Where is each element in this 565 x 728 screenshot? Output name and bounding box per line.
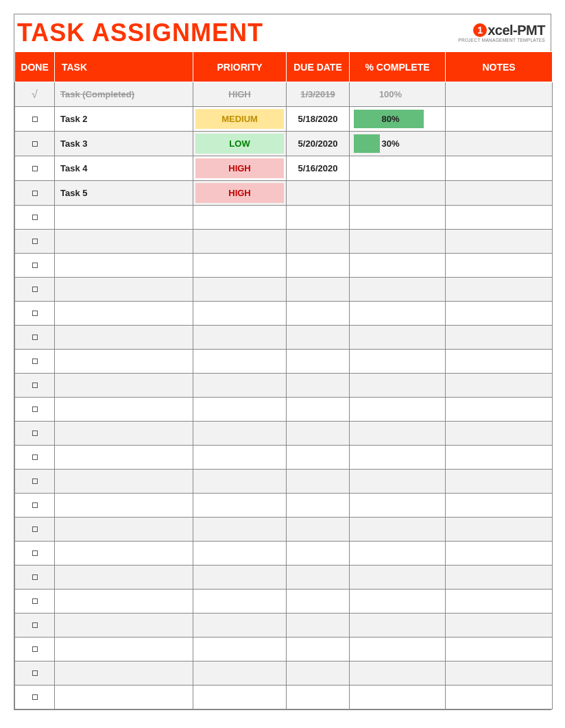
notes-cell[interactable] [446,614,553,638]
priority-cell[interactable] [193,230,287,254]
complete-cell[interactable] [350,254,446,278]
notes-cell[interactable] [446,566,553,590]
notes-cell[interactable] [446,206,553,230]
notes-cell[interactable] [446,374,553,398]
due-date-cell[interactable]: 1/3/2019 [287,82,350,107]
priority-cell[interactable] [193,685,287,709]
task-cell[interactable] [55,254,193,278]
notes-cell[interactable] [446,326,553,350]
priority-cell[interactable] [193,590,287,614]
due-date-cell[interactable] [287,350,350,374]
complete-cell[interactable] [350,374,446,398]
due-date-cell[interactable] [287,614,350,638]
due-date-cell[interactable] [287,326,350,350]
due-date-cell[interactable] [287,566,350,590]
complete-cell[interactable] [350,590,446,614]
notes-cell[interactable] [446,278,553,302]
due-date-cell[interactable] [287,590,350,614]
done-cell[interactable]: √ [15,82,55,107]
complete-cell[interactable] [350,494,446,518]
priority-cell[interactable]: HIGH [193,156,287,181]
task-cell[interactable] [55,350,193,374]
due-date-cell[interactable]: 5/20/2020 [287,132,350,156]
complete-cell[interactable] [350,156,446,181]
task-cell[interactable] [55,518,193,542]
task-cell[interactable]: Task 3 [55,132,193,156]
notes-cell[interactable] [446,590,553,614]
task-cell[interactable] [55,278,193,302]
complete-cell[interactable] [350,518,446,542]
priority-cell[interactable] [193,206,287,230]
notes-cell[interactable] [446,350,553,374]
due-date-cell[interactable] [287,278,350,302]
complete-cell[interactable] [350,278,446,302]
task-cell[interactable] [55,302,193,326]
notes-cell[interactable] [446,542,553,566]
priority-cell[interactable]: HIGH [193,82,287,107]
due-date-cell[interactable] [287,685,350,709]
due-date-cell[interactable] [287,542,350,566]
complete-cell[interactable] [350,542,446,566]
task-cell[interactable]: Task 4 [55,156,193,181]
complete-cell[interactable] [350,470,446,494]
complete-cell[interactable] [350,302,446,326]
complete-cell[interactable]: 30% [350,132,446,156]
priority-cell[interactable]: HIGH [193,181,287,206]
complete-cell[interactable] [350,446,446,470]
priority-cell[interactable] [193,302,287,326]
priority-cell[interactable] [193,254,287,278]
notes-cell[interactable] [446,446,553,470]
priority-cell[interactable] [193,614,287,638]
done-cell[interactable] [15,302,55,326]
complete-cell[interactable]: 100% [350,82,446,107]
due-date-cell[interactable] [287,374,350,398]
due-date-cell[interactable] [287,494,350,518]
notes-cell[interactable] [446,230,553,254]
task-cell[interactable]: Task 2 [55,107,193,132]
due-date-cell[interactable] [287,181,350,206]
task-cell[interactable] [55,662,193,685]
task-cell[interactable] [55,614,193,638]
done-cell[interactable] [15,278,55,302]
task-cell[interactable] [55,422,193,446]
priority-cell[interactable] [193,662,287,685]
task-cell[interactable] [55,230,193,254]
done-cell[interactable] [15,518,55,542]
priority-cell[interactable] [193,374,287,398]
due-date-cell[interactable] [287,662,350,685]
notes-cell[interactable] [446,638,553,662]
priority-cell[interactable] [193,326,287,350]
done-cell[interactable] [15,326,55,350]
complete-cell[interactable] [350,638,446,662]
done-cell[interactable] [15,614,55,638]
due-date-cell[interactable]: 5/16/2020 [287,156,350,181]
notes-cell[interactable] [446,662,553,685]
notes-cell[interactable] [446,132,553,156]
priority-cell[interactable] [193,278,287,302]
notes-cell[interactable] [446,254,553,278]
done-cell[interactable] [15,374,55,398]
task-cell[interactable] [55,374,193,398]
done-cell[interactable] [15,230,55,254]
notes-cell[interactable] [446,470,553,494]
notes-cell[interactable] [446,107,553,132]
notes-cell[interactable] [446,181,553,206]
task-cell[interactable] [55,494,193,518]
due-date-cell[interactable] [287,518,350,542]
done-cell[interactable] [15,398,55,422]
task-cell[interactable]: Task (Completed) [55,82,193,107]
complete-cell[interactable] [350,566,446,590]
done-cell[interactable] [15,566,55,590]
priority-cell[interactable] [193,566,287,590]
done-cell[interactable] [15,181,55,206]
complete-cell[interactable]: 80% [350,107,446,132]
complete-cell[interactable] [350,662,446,685]
priority-cell[interactable] [193,518,287,542]
due-date-cell[interactable] [287,206,350,230]
done-cell[interactable] [15,156,55,181]
task-cell[interactable] [55,590,193,614]
complete-cell[interactable] [350,181,446,206]
task-cell[interactable] [55,326,193,350]
due-date-cell[interactable] [287,302,350,326]
task-cell[interactable] [55,206,193,230]
